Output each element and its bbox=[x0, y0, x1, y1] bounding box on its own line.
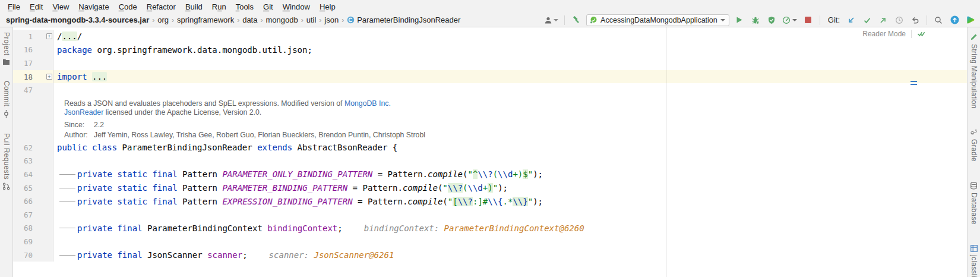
line-number: 17 bbox=[24, 59, 33, 68]
run-coverage-button[interactable] bbox=[766, 14, 777, 26]
code-token: Pattern. bbox=[362, 183, 402, 193]
user-icon[interactable] bbox=[543, 14, 559, 26]
tool-window-button-pull-requests[interactable]: Pull Requests bbox=[2, 133, 11, 190]
code-token: \\? bbox=[458, 197, 473, 206]
build-hammer-icon[interactable] bbox=[570, 14, 582, 26]
code-content[interactable]: import ... bbox=[53, 70, 967, 84]
code-content[interactable]: private final ParameterBindingContext bi… bbox=[53, 222, 967, 235]
gutter-cell: 47 bbox=[13, 83, 53, 97]
debugger-inline-hint: scanner: JsonScanner@6261 bbox=[269, 250, 394, 260]
pull-requests-icon bbox=[2, 182, 10, 190]
editor[interactable]: 1+/.../16package org.springframework.dat… bbox=[13, 27, 967, 277]
javadoc-line: JsonReader licensed under the Apache Lic… bbox=[64, 108, 967, 117]
code-token: public class bbox=[57, 143, 117, 152]
menu-item-code[interactable]: Code bbox=[114, 1, 142, 12]
rollback-icon[interactable] bbox=[909, 14, 921, 26]
code-content[interactable]: /.../ bbox=[53, 30, 967, 43]
tool-window-button-database[interactable]: Database bbox=[970, 182, 978, 225]
code-content[interactable]: package org.springframework.data.mongodb… bbox=[53, 43, 967, 57]
menu-item-help[interactable]: Help bbox=[315, 1, 340, 12]
line-number: 47 bbox=[24, 86, 33, 95]
code-token: ); bbox=[533, 197, 543, 206]
ide-update-icon[interactable] bbox=[949, 14, 960, 26]
code-token: ( bbox=[463, 169, 467, 179]
code-content[interactable]: private static final Pattern PARAMETER_B… bbox=[53, 181, 967, 195]
learn-features-icon[interactable] bbox=[965, 14, 976, 26]
code-token: ParameterBindingJsonReader bbox=[117, 143, 257, 152]
code-token: / bbox=[77, 32, 82, 41]
code-content[interactable]: public class ParameterBindingJsonReader … bbox=[53, 141, 967, 155]
stop-button[interactable] bbox=[802, 14, 814, 26]
history-clock-icon[interactable] bbox=[893, 14, 905, 26]
menu-item-view[interactable]: View bbox=[48, 1, 74, 12]
menu-item-git[interactable]: Git bbox=[258, 1, 278, 12]
breadcrumb-segment-util[interactable]: util bbox=[306, 15, 317, 24]
breadcrumb-separator: › bbox=[150, 16, 156, 24]
code-token: + bbox=[483, 183, 488, 193]
tool-window-button-jclasslib[interactable]: jclasslib bbox=[970, 245, 978, 277]
line-number: 66 bbox=[24, 197, 33, 206]
git-push-icon[interactable] bbox=[877, 14, 889, 26]
code-token: \\d bbox=[468, 183, 483, 193]
run-configuration-select[interactable]: AccessingDataMongodbApplication bbox=[586, 14, 729, 26]
breadcrumb-segment-data[interactable]: data bbox=[242, 15, 257, 24]
code-line-18: 18+import ... bbox=[13, 70, 967, 84]
code-content[interactable] bbox=[53, 208, 967, 222]
code-token: ( bbox=[442, 197, 447, 206]
menu-item-build[interactable]: Build bbox=[181, 1, 207, 12]
code-content[interactable] bbox=[53, 155, 967, 168]
code-token: " bbox=[442, 183, 447, 193]
javadoc-link[interactable]: MongoDB Inc. bbox=[344, 99, 391, 108]
editor-rows: 1+/.../16package org.springframework.dat… bbox=[13, 27, 967, 277]
git-commit-check-icon[interactable] bbox=[861, 14, 873, 26]
rendered-javadoc: Reads a JSON and evaluates placehoders a… bbox=[13, 97, 967, 141]
javadoc-since-value: 2.2 bbox=[94, 121, 104, 129]
breadcrumb-segment-mongodb[interactable]: mongodb bbox=[265, 15, 298, 24]
code-content[interactable]: private static final Pattern PARAMETER_O… bbox=[53, 168, 967, 181]
menu-item-run[interactable]: Run bbox=[207, 1, 231, 12]
javadoc-author: Author:Jeff Yemin, Ross Lawley, Trisha G… bbox=[64, 131, 967, 140]
inspections-ok-icon[interactable] bbox=[917, 30, 925, 37]
breadcrumb-separator: › bbox=[258, 16, 264, 24]
tool-window-button-project[interactable]: Project bbox=[2, 32, 11, 65]
tool-window-button-commit[interactable]: Commit bbox=[2, 81, 11, 117]
line-number: 64 bbox=[24, 170, 33, 179]
search-icon[interactable] bbox=[932, 14, 944, 26]
run-button[interactable] bbox=[734, 14, 745, 26]
breadcrumb-segment-springframework[interactable]: springframework bbox=[177, 15, 234, 24]
inline-hint-label: bindingContext: bbox=[364, 224, 444, 233]
reader-mode-label: Reader Mode bbox=[862, 30, 906, 38]
menu-item-tools[interactable]: Tools bbox=[231, 1, 258, 12]
menu-item-edit[interactable]: Edit bbox=[25, 1, 48, 12]
breadcrumb-segment-org[interactable]: org bbox=[157, 15, 169, 24]
code-token: \\? bbox=[448, 183, 463, 193]
tool-window-button-gradle[interactable]: Gradle bbox=[970, 128, 978, 162]
code-token: Pattern. bbox=[388, 169, 428, 179]
code-content[interactable]: private final JsonScanner scanner;scanne… bbox=[53, 248, 967, 262]
code-content[interactable]: private static final Pattern EXPRESSION_… bbox=[53, 194, 967, 208]
menu-item-navigate[interactable]: Navigate bbox=[74, 1, 113, 12]
tab-whitespace-mark bbox=[59, 255, 75, 256]
code-content[interactable] bbox=[53, 56, 967, 70]
javadoc-link[interactable]: JsonReader bbox=[64, 108, 103, 117]
breadcrumb-jar[interactable]: spring-data-mongodb-3.3.4-sources.jar bbox=[6, 15, 149, 24]
code-content[interactable] bbox=[53, 235, 967, 248]
breadcrumb-class[interactable]: ParameterBindingJsonReader bbox=[347, 15, 460, 24]
menu-item-window[interactable]: Window bbox=[278, 1, 315, 12]
tool-window-button-string-manipulation[interactable]: String Manipulation bbox=[970, 33, 978, 108]
code-line-64: 64private static final Pattern PARAMETER… bbox=[13, 168, 967, 181]
git-update-icon[interactable] bbox=[845, 14, 857, 26]
profiler-button[interactable] bbox=[782, 14, 798, 26]
breadcrumb-segment-json[interactable]: json bbox=[324, 15, 339, 24]
fold-toggle-icon[interactable]: + bbox=[46, 74, 52, 80]
line-number: 69 bbox=[24, 237, 33, 246]
reader-mode-widget[interactable]: Reader Mode bbox=[862, 30, 925, 38]
debug-button[interactable] bbox=[750, 14, 761, 26]
menu-item-refactor[interactable]: Refactor bbox=[142, 1, 181, 12]
menu-item-file[interactable]: File bbox=[3, 1, 25, 12]
tool-window-label: String Manipulation bbox=[970, 44, 978, 108]
tab-whitespace-mark bbox=[59, 201, 75, 202]
code-content[interactable] bbox=[53, 83, 967, 97]
fold-toggle-icon[interactable]: + bbox=[46, 33, 52, 39]
scrollbar-marks bbox=[911, 81, 917, 87]
